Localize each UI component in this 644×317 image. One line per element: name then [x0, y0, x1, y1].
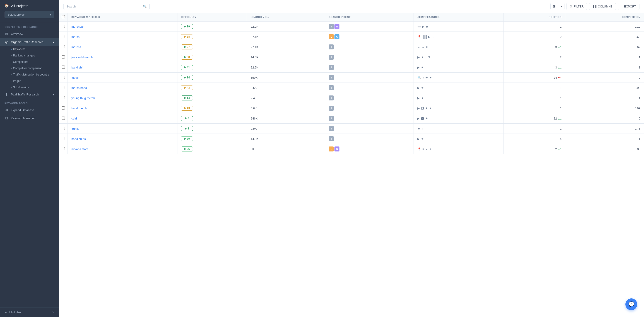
competitive-research-section: COMPETITIVE RESEARCH ⊞ Overview ◎ Organi… [0, 22, 59, 98]
row-checkbox-cell[interactable] [59, 32, 68, 42]
row-checkbox-cell[interactable] [59, 52, 68, 62]
position-change: ▼4 [558, 76, 562, 79]
serp-features-group: ★≡ [418, 127, 500, 130]
filter-button[interactable]: ⚙ FILTER [566, 3, 587, 10]
search-intent-column-header[interactable]: SEARCH INTENT [325, 13, 414, 21]
serp-feature-icon: ▶ [428, 35, 430, 39]
grid-view-button[interactable]: ▾ [558, 3, 564, 10]
row-checkbox[interactable] [62, 25, 65, 28]
keyword-link[interactable]: band merch [72, 107, 87, 110]
sidebar-sub-pages[interactable]: Pages [11, 78, 59, 84]
columns-label: COLUMNS [598, 5, 612, 8]
serp-features-group: ▶★ [418, 137, 500, 141]
chat-icon: 💬 [628, 301, 634, 307]
keyword-link[interactable]: merch [72, 35, 80, 39]
search-vol-cell: 22.2K [247, 21, 325, 32]
row-checkbox-cell[interactable] [59, 42, 68, 52]
keyword-link[interactable]: band shirts [72, 137, 86, 141]
sidebar-home-link[interactable]: 🏠 All Projects [4, 4, 54, 8]
row-checkbox[interactable] [62, 127, 65, 130]
competitive-research-label: COMPETITIVE RESEARCH [0, 22, 59, 30]
intent-group: I [329, 75, 410, 80]
sidebar-sub-competitors[interactable]: Competitors [11, 59, 59, 65]
row-checkbox[interactable] [62, 45, 65, 48]
search-intent-cell: I [325, 73, 414, 83]
sidebar-item-overview[interactable]: ⊞ Overview [0, 30, 59, 38]
row-checkbox[interactable] [62, 147, 65, 150]
sidebar-sub-keywords[interactable]: Keywords [11, 46, 59, 52]
sidebar-sub-ranking-changes[interactable]: Ranking changes [11, 52, 59, 59]
keyword-link[interactable]: trukfit [72, 127, 79, 130]
row-checkbox-cell[interactable] [59, 21, 68, 32]
row-checkbox-cell[interactable] [59, 93, 68, 103]
help-icon[interactable]: ? [52, 310, 54, 314]
row-checkbox[interactable] [62, 66, 65, 69]
sidebar-item-expand-database[interactable]: ⊕ Expand Database [0, 106, 59, 114]
sidebar-item-organic-traffic[interactable]: ◎ Organic Traffic Research ▴ [0, 38, 59, 46]
search-input[interactable] [66, 5, 141, 8]
sidebar-sub-competitor-comparison[interactable]: Competitor comparison [11, 65, 59, 71]
keyword-link[interactable]: merch band [72, 86, 87, 90]
serp-features-group: 📍≡★≡ [418, 147, 500, 151]
difficulty-badge: 19 [181, 24, 193, 29]
row-checkbox[interactable] [62, 35, 65, 38]
search-vol-cell: 8K [247, 144, 325, 154]
row-checkbox-cell[interactable] [59, 144, 68, 154]
row-checkbox[interactable] [62, 55, 65, 59]
serp-feature-icon: ▶ [418, 86, 420, 90]
sidebar-item-keyword-manager[interactable]: ⊟ Keyword Manager [0, 114, 59, 122]
serp-feature-icon: ▶ [418, 96, 420, 100]
serp-feature-icon: $ [428, 56, 430, 59]
row-checkbox-cell[interactable] [59, 103, 68, 113]
keyword-link[interactable]: merchbar [72, 25, 84, 28]
project-select[interactable]: Select project ▾ [4, 11, 54, 18]
keyword-link[interactable]: young thug merch [72, 96, 95, 100]
row-checkbox-cell[interactable] [59, 62, 68, 73]
select-all-header[interactable] [59, 13, 68, 21]
sidebar-sub-subdomains[interactable]: Subdomains [11, 84, 59, 91]
difficulty-badge: 8 [181, 126, 193, 131]
serp-feature-icon: ▶ [418, 107, 420, 110]
serp-feature-icon: ≡ [425, 56, 427, 59]
chat-bubble-button[interactable]: 💬 [626, 298, 637, 310]
row-checkbox[interactable] [62, 96, 65, 99]
row-checkbox-cell[interactable] [59, 124, 68, 134]
keyword-link[interactable]: juice wrld merch [72, 56, 93, 59]
competition-column-header[interactable]: COMPETITION [565, 13, 644, 21]
row-checkbox[interactable] [62, 76, 65, 79]
keyword-cell: band shirts [68, 134, 178, 144]
row-checkbox-cell[interactable] [59, 113, 68, 124]
position-cell: 1 [504, 93, 565, 103]
keyword-link[interactable]: nirvana store [72, 147, 88, 151]
sidebar-sub-traffic-distribution[interactable]: Traffic distribution by country [11, 71, 59, 78]
list-view-button[interactable]: ⊞ [551, 3, 558, 10]
row-checkbox[interactable] [62, 117, 65, 120]
columns-button[interactable]: ▐▐ COLUMNS [589, 3, 616, 10]
row-checkbox-cell[interactable] [59, 134, 68, 144]
keyword-column-header[interactable]: KEYWORD (1,180,381) [68, 13, 178, 21]
keyword-link[interactable]: tubgirl [72, 76, 79, 79]
row-checkbox[interactable] [62, 106, 65, 110]
keyword-link[interactable]: ceiri [72, 117, 77, 120]
position-column-header[interactable]: POSITION [504, 13, 565, 21]
main-content: 🔍 ⊞ ▾ ⚙ FILTER ▐▐ COLUMNS ↑ EXPORT [59, 0, 644, 317]
difficulty-badge: 31 [181, 65, 193, 70]
serp-features-column-header[interactable]: SERP FEATURES [414, 13, 504, 21]
minimize-button[interactable]: ← Minimize [4, 311, 21, 314]
search-vol-column-header[interactable]: SEARCH VOL. [247, 13, 325, 21]
table-row: nirvana store268KLN📍≡★≡2 ▲10.03 [59, 144, 644, 154]
keyword-link[interactable]: band shirt [72, 66, 84, 69]
intent-group: I [329, 126, 410, 131]
intent-group: I [329, 116, 410, 121]
difficulty-column-header[interactable]: DIFFICULTY [177, 13, 247, 21]
row-checkbox[interactable] [62, 86, 65, 89]
keyword-link[interactable]: merchs [72, 45, 81, 49]
sidebar-item-paid-traffic[interactable]: $ Paid Traffic Research ▾ [0, 91, 59, 98]
export-button[interactable]: ↑ EXPORT [618, 3, 640, 10]
row-checkbox-cell[interactable] [59, 83, 68, 93]
search-box[interactable]: 🔍 [64, 3, 150, 10]
competitor-comparison-label: Competitor comparison [13, 67, 42, 70]
row-checkbox[interactable] [62, 137, 65, 140]
select-all-checkbox[interactable] [62, 15, 65, 18]
row-checkbox-cell[interactable] [59, 73, 68, 83]
